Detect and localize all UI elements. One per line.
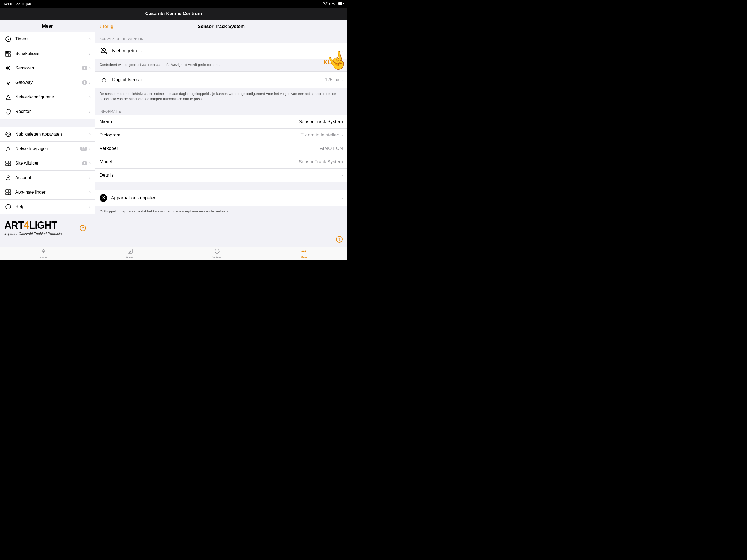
tab-lampen[interactable]: Lampen — [0, 247, 87, 260]
chevron-right-icon: › — [89, 51, 91, 56]
sensoren-badge: 1 — [82, 66, 87, 70]
person-icon — [4, 174, 12, 182]
site-badge: 1 — [82, 161, 87, 166]
niet-in-gebruik-label: Niet in gebruik — [112, 48, 341, 54]
svg-marker-19 — [6, 146, 10, 151]
logo-light-text: LIGHT — [29, 220, 57, 231]
battery-icon — [338, 2, 344, 6]
status-bar: 14:00 Zo 10 jan. 87% — [0, 0, 347, 8]
gallery-icon: A — [127, 249, 133, 255]
sidebar-timers-label: Timers — [15, 36, 89, 42]
verkoper-label: Verkoper — [100, 146, 143, 151]
status-right: 87% — [323, 2, 344, 6]
svg-point-9 — [7, 67, 9, 69]
more-icon — [301, 249, 307, 255]
svg-rect-7 — [6, 54, 8, 56]
sidebar-item-schakelaars[interactable]: Schakelaars › — [0, 47, 95, 61]
svg-point-11 — [8, 84, 9, 85]
shield-icon — [4, 108, 12, 116]
chevron-right-icon: › — [89, 161, 91, 166]
svg-marker-12 — [6, 95, 10, 100]
chevron-right-icon: › — [89, 95, 91, 100]
chevron-right-icon: › — [89, 132, 91, 137]
naam-label: Naam — [100, 119, 143, 124]
svg-point-36 — [103, 78, 105, 81]
sidebar-header: Meer — [0, 20, 95, 32]
scenes-icon — [214, 249, 220, 255]
sidebar-netwerkconfiguratie-label: Netwerkconfiguratie — [15, 95, 89, 100]
svg-rect-20 — [6, 161, 8, 163]
right-panel: ‹ Terug Sensor Track System KLIK 🤘 AANWE… — [95, 20, 347, 247]
tab-galerij[interactable]: A Galerij — [87, 247, 174, 260]
sidebar-item-help[interactable]: Help › — [0, 200, 95, 214]
disconnect-row[interactable]: ✕ Apparaat ontkoppelen › — [95, 190, 347, 206]
svg-point-54 — [304, 251, 304, 252]
sidebar-help-label: Help — [15, 204, 89, 209]
verkoper-value: AIMOTION — [143, 146, 343, 151]
chevron-right-icon: › — [341, 173, 343, 178]
chevron-right-icon: › — [89, 36, 91, 42]
wifi-icon — [323, 2, 328, 6]
bell-off-icon — [100, 47, 108, 55]
sidebar-help-button[interactable]: ? — [80, 225, 86, 233]
tab-meer[interactable]: Meer — [261, 247, 347, 260]
sidebar-item-rechten[interactable]: Rechten › — [0, 104, 95, 119]
model-value: Sensor Track System — [143, 159, 343, 164]
pictogram-row[interactable]: Pictogram Tik om in te stellen › — [95, 128, 347, 142]
daglichtsensor-row[interactable]: Daglichtsensor 125 lux › — [95, 72, 347, 88]
sidebar-item-account[interactable]: Account › — [0, 171, 95, 185]
sidebar-item-nabijgelegen[interactable]: Nabijgelegen apparaten › — [0, 127, 95, 142]
tab-scenes[interactable]: Scènes — [174, 247, 261, 260]
svg-line-44 — [102, 81, 103, 82]
sensor-icon — [4, 64, 12, 72]
chevron-right-icon: › — [89, 204, 91, 209]
details-label: Details — [100, 173, 143, 178]
chevron-right-icon: › — [89, 109, 91, 114]
logo-art-text: ART — [4, 220, 24, 231]
svg-text:A: A — [129, 250, 131, 253]
chevron-right-icon: › — [89, 66, 91, 71]
svg-rect-5 — [6, 51, 8, 53]
switch-icon — [4, 50, 12, 57]
model-label: Model — [100, 159, 143, 164]
svg-rect-1 — [338, 2, 342, 5]
sidebar-item-app-instellingen[interactable]: App-instellingen › — [0, 185, 95, 200]
svg-rect-2 — [343, 3, 344, 4]
finger-icon: 🤘 — [324, 48, 347, 73]
svg-rect-47 — [43, 251, 44, 252]
gateway-badge: 1 — [82, 80, 87, 85]
sidebar-title: Meer — [42, 24, 53, 29]
svg-rect-22 — [6, 163, 8, 166]
svg-point-53 — [302, 251, 303, 252]
sidebar-item-timers[interactable]: Timers › — [0, 32, 95, 47]
sidebar-item-site-wijzigen[interactable]: Site wijzigen 1 › — [0, 156, 95, 171]
chevron-right-icon: › — [89, 146, 91, 151]
sun-icon — [100, 75, 108, 84]
chevron-right-icon: › — [89, 175, 91, 180]
sidebar-item-netwerk-wijzigen[interactable]: Netwerk wijzigen 32 › — [0, 142, 95, 156]
niet-in-gebruik-row[interactable]: Niet in gebruik › — [95, 43, 347, 59]
details-row[interactable]: Details › — [95, 169, 347, 182]
svg-rect-23 — [8, 163, 11, 166]
informatie-section-label: INFORMATIE — [95, 106, 347, 115]
svg-rect-21 — [8, 161, 11, 163]
tab-scenes-label: Scènes — [212, 256, 222, 259]
back-button[interactable]: ‹ Terug — [100, 24, 113, 29]
sidebar-item-sensoren[interactable]: Sensoren 1 › — [0, 61, 95, 75]
back-chevron-icon: ‹ — [100, 24, 101, 29]
sidebar-divider — [0, 119, 95, 127]
sidebar-site-wijzigen-label: Site wijzigen — [15, 161, 82, 166]
clock-icon — [4, 35, 12, 43]
sidebar-gateway-label: Gateway — [15, 80, 82, 85]
logo-tagline: Importer Casambi Enabled Products — [4, 232, 91, 236]
sidebar-account-label: Account — [15, 175, 89, 180]
chevron-right-icon: › — [89, 190, 91, 195]
right-panel-title: Sensor Track System — [198, 24, 245, 29]
right-help-button[interactable]: ? — [336, 236, 343, 244]
daglichtsensor-description: De sensor meet het lichtniveau en scènes… — [95, 88, 347, 106]
sidebar-item-netwerkconfiguratie[interactable]: Netwerkconfiguratie › — [0, 90, 95, 104]
pictogram-value: Tik om in te stellen — [143, 132, 339, 138]
sidebar-item-gateway[interactable]: Gateway 1 › — [0, 75, 95, 90]
rp-divider — [95, 182, 347, 190]
tab-meer-label: Meer — [301, 256, 307, 259]
